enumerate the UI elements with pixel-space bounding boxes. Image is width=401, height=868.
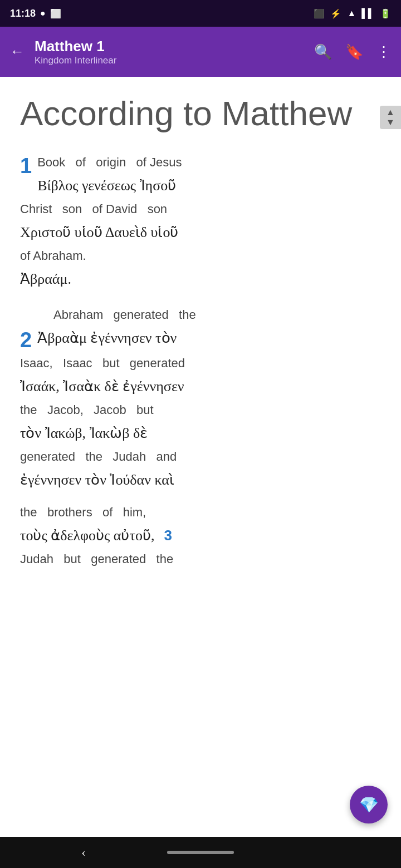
verse-3-number: 3: [164, 527, 172, 544]
verse-3-partial-block: the brothers of him, τοὺς ἀδελφοὺς αὐτοῦ…: [20, 503, 381, 568]
verse-1-number: 1: [20, 155, 32, 176]
page-heading: According to Matthew: [20, 93, 381, 133]
dot-icon: ●: [40, 8, 46, 18]
header-subtitle: Kingdom Interlinear: [35, 55, 304, 66]
cast-screen-icon: ⬛: [314, 8, 325, 19]
bookmark-button[interactable]: 🔖: [345, 43, 363, 61]
verse-2-english-line-3: the Jacob, Jacob but: [20, 401, 381, 419]
verse-2-english-line-1: Abraham generated the: [20, 305, 381, 324]
verse-1-content: Book of origin of Jesus Βίβλος γενέσεως …: [20, 153, 381, 290]
back-button[interactable]: ←: [10, 43, 25, 60]
verse-2-english-line-2: Isaac, Isaac but generated: [20, 354, 381, 372]
verse-2-greek-line-3: τὸν Ἰακώβ, Ἰακὼβ δὲ: [20, 422, 381, 444]
wifi-icon: ▲: [347, 8, 356, 18]
bottom-navigation-bar: ‹: [0, 837, 401, 868]
verse-1-english-line-2: Christ son of David son: [20, 200, 381, 218]
bluetooth-icon: ⚡: [330, 8, 341, 19]
verse-3-english-line-1: the brothers of him,: [20, 503, 381, 521]
more-options-button[interactable]: ⋮: [376, 43, 391, 61]
verse-2-greek-line-4: ἐγέννησεν τὸν Ἰούδαν καὶ: [20, 469, 381, 491]
verse-2-greek-line-1: 2 Ἀβραὰμ ἐγέννησεν τὸν: [20, 327, 381, 351]
verse-2-english-line-4: generated the Judah and: [20, 447, 381, 466]
status-bar: 11:18 ● ⬜ ⬛ ⚡ ▲ ▌▌ 🔋: [0, 0, 401, 27]
verse-3-greek-line-1: τοὺς ἀδελφοὺς αὐτοῦ, 3: [20, 525, 381, 546]
verse-2-number: 2: [20, 329, 32, 351]
header-actions: 🔍 🔖 ⋮: [314, 43, 391, 61]
system-back-button[interactable]: ‹: [0, 845, 167, 860]
header-title-block: Matthew 1 Kingdom Interlinear: [35, 38, 304, 66]
home-pill[interactable]: [167, 851, 234, 854]
app-header: ← Matthew 1 Kingdom Interlinear 🔍 🔖 ⋮: [0, 27, 401, 77]
verse-1-english-line-3: of Abraham.: [20, 246, 381, 265]
verse-1-greek-line-3: Ἀβραάμ.: [20, 268, 381, 290]
verse-3-content: the brothers of him, τοὺς ἀδελφοὺς αὐτοῦ…: [20, 503, 381, 568]
verse-2-greek-line-2: Ἰσαάκ, Ἰσαὰκ δὲ ἐγέννησεν: [20, 376, 381, 397]
verse-2-content: Abraham generated the 2 Ἀβραὰμ ἐγέννησεν…: [20, 305, 381, 491]
diamond-icon: 💎: [359, 796, 379, 814]
main-content: According to Matthew 1 Book of origin of…: [0, 77, 401, 597]
header-title: Matthew 1: [35, 38, 304, 55]
cast-icon: ⬜: [50, 8, 61, 19]
verse-1-block: 1 Book of origin of Jesus Βίβλος γενέσεω…: [20, 153, 381, 293]
battery-icon: 🔋: [380, 8, 391, 19]
premium-fab-button[interactable]: 💎: [350, 786, 388, 823]
time-display: 11:18: [10, 8, 36, 19]
search-button[interactable]: 🔍: [314, 43, 332, 61]
verse-1-greek-line-1: Βίβλος γενέσεως Ἰησοῦ: [20, 175, 381, 196]
verse-1-english-line-1: Book of origin of Jesus: [20, 153, 381, 171]
verse-2-block: Abraham generated the 2 Ἀβραὰμ ἐγέννησεν…: [20, 305, 381, 491]
verse-3-english-line-2: Judah but generated the: [20, 550, 381, 568]
verse-1-greek-line-2: Χριστοῦ υἱοῦ Δαυεὶδ υἱοῦ: [20, 221, 381, 243]
signal-icon: ▌▌: [361, 8, 374, 18]
